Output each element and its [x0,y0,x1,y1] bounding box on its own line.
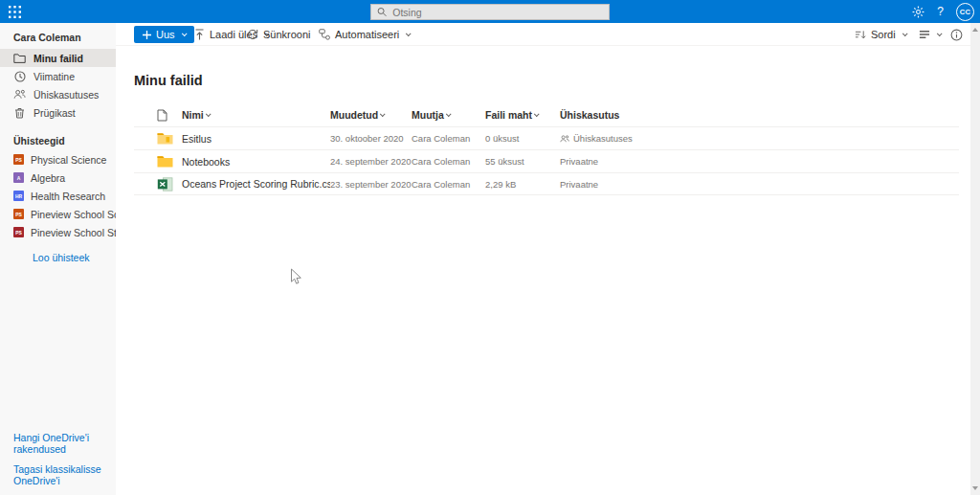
sort-button-label: Sordi [871,29,896,40]
details-pane-button[interactable] [950,26,963,43]
column-label: Nimi [182,109,204,121]
sharing-status[interactable]: Ühiskasutuses [560,133,959,144]
file-size: 55 üksust [485,156,560,167]
sharing-label: Privaatne [560,156,598,167]
automate-button-label: Automatiseeri [335,29,399,40]
top-app-bar: ? CC [0,0,980,23]
main-area: Uus Laadi üles Sünkrooni Auto [116,23,970,495]
sidebar-library-pineview-staff[interactable]: PS Pineview School Staff [0,223,116,241]
sharing-status[interactable]: Privaatne [560,179,959,190]
folder-icon [13,52,26,64]
file-name[interactable]: Notebooks [178,156,330,168]
help-button[interactable]: ? [937,6,944,17]
sort-button[interactable]: Sordi [855,26,906,43]
page-title: Minu failid [134,73,959,88]
sync-button-label: Sünkrooni [263,29,311,40]
chevron-down-icon [181,31,187,36]
sidebar-item-recycle-bin[interactable]: Prügikast [0,103,116,122]
table-row[interactable]: Oceans Project Scoring Rubric.csv 23. se… [134,172,959,195]
chevron-down-icon [380,111,386,117]
shared-libraries-header: Ühisteegid [0,122,116,150]
topbar-actions: ? CC [912,0,974,23]
library-label: Algebra [31,172,65,184]
sidebar-item-recent[interactable]: Viimatine [0,67,116,85]
sidebar-item-my-files[interactable]: Minu failid [0,49,116,67]
sharing-label: Privaatne [560,179,598,190]
view-options-button[interactable] [919,26,941,43]
file-list-region: Minu failid Nimi Muudetud Muutja Faili m… [134,73,959,195]
folder-icon [157,155,173,168]
modified-by: Cara Coleman [412,156,485,167]
scroll-down-arrow-icon[interactable] [972,486,978,490]
sidebar-item-shared[interactable]: Ühiskasutuses [0,85,116,103]
new-button[interactable]: Uus [134,26,194,43]
sync-button[interactable]: Sünkrooni [247,26,311,43]
sharing-status[interactable]: Privaatne [560,156,959,167]
library-label: Health Research [31,191,105,202]
automate-button[interactable]: Automatiseeri [319,26,410,43]
modified-by: Cara Coleman [412,133,485,144]
sidebar-user-name: Cara Coleman [0,23,116,49]
chevron-down-icon [937,31,943,36]
sync-icon [247,29,258,40]
library-tile-icon: PS [13,227,24,237]
chevron-down-icon [902,31,908,36]
scroll-up-arrow-icon[interactable] [972,28,978,32]
chevron-down-icon [446,111,452,117]
vertical-scrollbar[interactable] [970,23,980,495]
library-tile-icon: HR [13,191,24,201]
people-icon [13,88,26,101]
account-avatar[interactable]: CC [956,3,974,21]
modified-date: 23. september 2020 [330,179,412,190]
search-input[interactable] [392,7,603,18]
sidebar-library-algebra[interactable]: A Algebra [0,169,116,187]
sidebar: Cara Coleman Minu failid Viimatine Ühisk… [0,23,116,495]
library-tile-icon: PS [13,209,24,219]
settings-button[interactable] [912,6,924,18]
get-onedrive-apps-link[interactable]: Hangi OneDrive'i rakendused [13,432,116,455]
waffle-icon [9,6,21,18]
chevron-down-icon [406,31,412,36]
sidebar-item-label: Prügikast [33,107,76,119]
shared-folder-icon [157,132,173,145]
column-file-type[interactable] [134,109,178,122]
table-row[interactable]: Esitlus 30. oktoober 2020 Cara Coleman 0… [134,126,959,149]
column-name[interactable]: Nimi [178,109,330,121]
classic-onedrive-link[interactable]: Tagasi klassikalisse OneDrive'i [13,463,116,486]
file-name[interactable]: Oceans Project Scoring Rubric.csv [178,178,330,190]
create-library-link[interactable]: Loo ühisteek [33,252,90,263]
table-row[interactable]: Notebooks 24. september 2020 Cara Colema… [134,149,959,172]
search-icon [377,7,387,17]
table-header-row: Nimi Muudetud Muutja Faili maht Ühiskasu… [134,103,959,126]
column-label: Muutja [412,109,444,121]
sidebar-library-pineview-science[interactable]: PS Pineview School Science T… [0,205,116,223]
column-file-size[interactable]: Faili maht [485,109,560,121]
upload-icon [194,29,205,40]
file-size: 0 üksust [485,133,560,144]
modified-date: 24. september 2020 [330,156,412,167]
file-size: 2,29 kB [485,179,560,190]
library-tile-icon: PS [13,154,24,165]
sort-icon [855,30,866,40]
column-modified[interactable]: Muudetud [330,109,412,121]
document-icon [157,109,167,122]
search-box[interactable] [370,4,610,20]
file-name[interactable]: Esitlus [178,133,330,145]
modified-date: 30. oktoober 2020 [330,133,412,144]
sidebar-item-label: Ühiskasutuses [33,89,99,101]
onedrive-window: ? CC Cara Coleman Minu failid Viimatine … [0,0,980,495]
sidebar-item-label: Minu failid [33,53,83,64]
chevron-down-icon [534,111,540,117]
sharing-label: Ühiskasutuses [573,133,633,144]
sidebar-item-label: Viimatine [33,71,75,82]
gear-icon [912,6,924,18]
info-icon [950,29,963,41]
app-launcher-button[interactable] [6,4,23,19]
column-modified-by[interactable]: Muutja [412,109,485,121]
column-label: Muudetud [330,109,378,121]
column-sharing[interactable]: Ühiskasutus [560,109,959,121]
clock-icon [13,70,26,82]
sidebar-library-health-research[interactable]: HR Health Research [0,187,116,205]
modified-by: Cara Coleman [412,179,485,190]
sidebar-library-physical-science[interactable]: PS Physical Science [0,150,116,169]
